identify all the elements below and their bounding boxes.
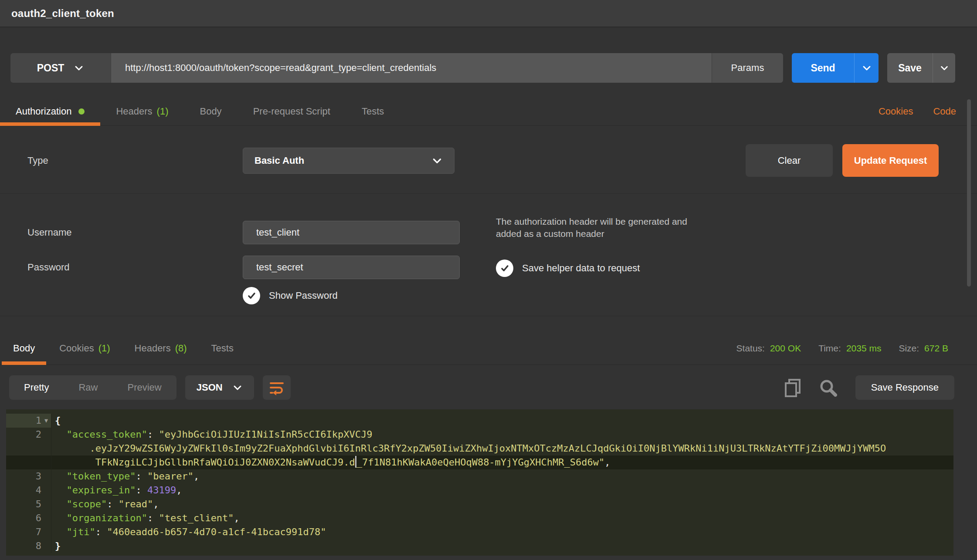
line-number-gutter: 1▾ [6,414,51,428]
save-helper-checkbox[interactable] [496,260,513,277]
response-headers-count-badge: (8) [175,343,187,354]
send-button[interactable]: Send [792,53,854,83]
code-line[interactable]: 2"access_token": "eyJhbGciOiJIUzI1NiIsIn… [6,428,953,442]
save-button[interactable]: Save [887,53,933,83]
line-number-gutter: 4 [6,483,51,497]
line-number-gutter: 6 [6,511,51,525]
username-row: Username [0,221,977,244]
line-number-gutter: 2 [6,428,51,442]
status-indicator: Status: 200 OK [736,343,801,354]
auth-credentials-section: Username Password Show Password The auth… [0,194,977,316]
view-preview[interactable]: Preview [112,375,176,400]
code-line[interactable]: 5"scope": "read", [6,497,953,511]
fold-caret-icon: ▾ [41,414,51,428]
save-response-button[interactable]: Save Response [855,375,954,400]
code-line[interactable]: TFkNzgiLCJjbGllbnRfaWQiOiJ0ZXN0X2NsaWVud… [6,455,953,469]
auth-type-section: Type Basic Auth Clear Update Request [0,126,977,194]
chevron-down-icon [862,63,872,73]
tab-tests[interactable]: Tests [346,97,400,125]
username-field[interactable] [243,221,460,244]
view-raw[interactable]: Raw [64,375,112,400]
auth-type-value: Basic Auth [254,155,304,166]
response-tabs: Body Cookies (1) Headers (8) Tests Statu… [0,332,977,365]
cookies-count-badge: (1) [98,343,110,354]
size-value: 672 B [924,343,948,354]
line-number-gutter: 5 [6,497,51,511]
active-indicator-dot [78,108,85,115]
scrollbar-thumb[interactable] [967,99,971,287]
copy-icon [784,378,801,397]
password-row: Password [0,256,977,279]
search-icon [819,378,837,397]
auth-type-label: Type [0,155,243,166]
format-value: JSON [197,382,223,393]
wrap-text-icon [269,380,285,395]
send-options-button[interactable] [854,53,879,83]
request-title: oauth2_client_token [11,7,114,20]
response-tab-headers[interactable]: Headers (8) [123,332,198,364]
params-button[interactable]: Params [712,53,783,83]
code-line[interactable]: 3"token_type": "bearer", [6,469,953,483]
request-tabs: Authorization Headers (1) Body Pre-reque… [0,97,977,126]
password-field[interactable] [243,256,460,279]
code-link[interactable]: Code [933,106,956,117]
tab-pre-request-script[interactable]: Pre-request Script [237,97,346,125]
copy-button[interactable] [784,378,801,397]
code-line[interactable]: .eyJzY29wZSI6WyJyZWFkIl0sIm9yZ2FuaXphdGl… [6,442,953,455]
response-tool-icons: Save Response [784,375,954,400]
code-lines: 1▾{2"access_token": "eyJhbGciOiJIUzI1NiI… [6,414,953,553]
url-input[interactable] [111,53,712,83]
time-value: 2035 ms [846,343,882,354]
view-pretty[interactable]: Pretty [9,375,64,400]
response-tab-cookies[interactable]: Cookies (1) [48,332,121,364]
line-number-gutter: 3 [6,469,51,483]
update-request-button[interactable]: Update Request [842,144,939,177]
response-tab-body[interactable]: Body [2,332,46,364]
code-line[interactable]: 8} [6,539,953,553]
tab-authorization[interactable]: Authorization [0,97,100,125]
search-button[interactable] [819,378,837,397]
time-indicator: Time: 2035 ms [818,343,881,354]
response-view-switcher: Pretty Raw Preview [9,375,176,400]
wrap-text-button[interactable] [263,375,291,400]
response-toolbar: Pretty Raw Preview JSON [0,375,977,400]
auth-helper-note: The authorization header will be generat… [496,216,705,240]
chevron-down-icon [431,155,443,166]
checkmark-icon [246,290,257,301]
chevron-down-icon [74,63,84,73]
chevron-down-icon [232,382,243,393]
code-line[interactable]: 6"organization": "test_client", [6,511,953,525]
line-number-gutter: 8 [6,539,51,553]
save-button-group: Save [887,53,955,83]
show-password-label: Show Password [269,290,338,301]
response-meta: Status: 200 OK Time: 2035 ms Size: 672 B [736,332,977,364]
response-body-editor[interactable]: 1▾{2"access_token": "eyJhbGciOiJIUzI1NiI… [6,409,953,556]
size-indicator: Size: 672 B [899,343,948,354]
tab-body[interactable]: Body [184,97,237,125]
code-line[interactable]: 4"expires_in": 43199, [6,483,953,497]
cookies-link[interactable]: Cookies [879,106,913,117]
request-url-row: POST Params Send Save [10,53,955,83]
code-line[interactable]: 7"jti": "460eadd6-b657-4d70-a1cf-41bcac9… [6,525,953,539]
line-number-gutter [6,455,51,469]
postman-window: oauth2_client_token POST Params Send Sav… [0,0,977,560]
save-options-button[interactable] [933,53,955,83]
clear-button[interactable]: Clear [746,144,833,177]
save-helper-row: Save helper data to request [496,260,775,277]
line-number-gutter: 7 [6,525,51,539]
checkmark-icon [499,263,510,274]
show-password-checkbox[interactable] [243,287,260,304]
tab-headers[interactable]: Headers (1) [100,97,184,125]
method-label: POST [37,62,64,74]
username-label: Username [27,227,243,238]
status-value: 200 OK [770,343,801,354]
send-button-group: Send [792,53,879,83]
password-label: Password [27,262,243,273]
code-line[interactable]: 1▾{ [6,414,953,428]
auth-type-select[interactable]: Basic Auth [243,148,455,174]
response-tab-tests[interactable]: Tests [200,332,245,364]
method-select[interactable]: POST [10,53,111,83]
response-format-select[interactable]: JSON [185,375,254,400]
url-bar-group: POST Params [10,53,783,83]
show-password-row: Show Password [0,287,977,304]
